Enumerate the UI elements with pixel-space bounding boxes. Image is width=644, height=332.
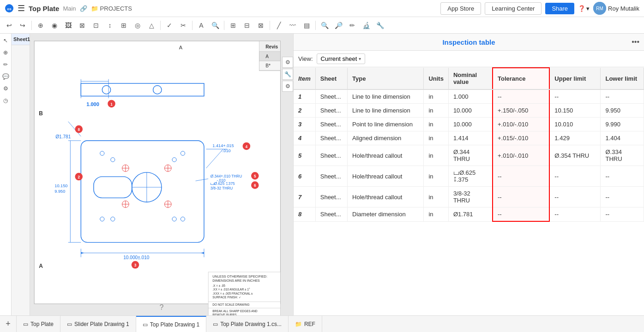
extra-tool[interactable]: 🔧 <box>373 19 386 32</box>
view-tool[interactable]: ◉ <box>48 19 61 32</box>
svg-text:A: A <box>39 263 43 269</box>
bottom-tab[interactable]: 📁REF <box>289 316 322 332</box>
param-tool[interactable]: ⊠ <box>254 19 267 32</box>
cell-sheet: Sheet... <box>315 166 347 187</box>
break-tool[interactable]: ↕ <box>103 19 116 32</box>
inspection-tool[interactable]: 🔬 <box>360 19 373 32</box>
learning-center-button[interactable]: Learning Center <box>485 2 542 15</box>
inspection-title: Inspection table <box>442 38 495 46</box>
cell-type: Hole/thread callout <box>348 145 424 166</box>
user-menu[interactable]: RM Roy Mutalik <box>593 2 639 15</box>
table-row: 3 Sheet... Point to line dimension in 10… <box>294 118 644 131</box>
cell-tolerance: -- <box>493 208 549 222</box>
share-button[interactable]: Share <box>545 3 574 14</box>
search-tool[interactable]: 🔍 <box>209 19 222 32</box>
user-name: Roy Mutalik <box>608 5 639 12</box>
undo-redo-group: ↩ ↪ <box>3 19 29 32</box>
cell-tolerance: -- <box>493 187 549 208</box>
table-row: 2 Sheet... Line to line dimension in 10.… <box>294 104 644 118</box>
cell-units: in <box>424 145 449 166</box>
svg-text:5: 5 <box>254 174 256 178</box>
table-row: 1 Sheet... Line to line dimension in 1.0… <box>294 89 644 104</box>
side-tool-3[interactable]: ⚙ <box>282 81 293 92</box>
svg-rect-11 <box>259 52 280 61</box>
redo-button[interactable]: ↪ <box>16 19 29 32</box>
bottom-tab[interactable]: ▭Top Plate Drawing 1 <box>136 316 206 332</box>
help-button[interactable]: ❓ ▾ <box>578 5 590 12</box>
zoom-out-tool[interactable]: 🔎 <box>332 19 345 32</box>
annotation-tool[interactable]: △ <box>145 19 158 32</box>
checkmark-tool[interactable]: ✓ <box>163 19 176 32</box>
app-store-button[interactable]: App Store <box>440 2 481 15</box>
section-tool[interactable]: ⊠ <box>76 19 89 32</box>
sidebar-feature-tool[interactable]: ⊕ <box>0 47 11 58</box>
cell-tolerance: +.010/-.010 <box>493 118 549 131</box>
add-sheet-button[interactable]: + <box>0 316 17 332</box>
cell-lower: 9.950 <box>601 104 644 118</box>
col-header-upper: Upper limit <box>549 68 601 89</box>
balloon-tool[interactable]: ◎ <box>131 19 144 32</box>
spline-tool[interactable]: 〰 <box>286 19 299 32</box>
text-tool[interactable]: A <box>195 19 208 32</box>
svg-text:3/8-32 THRU: 3/8-32 THRU <box>211 186 233 190</box>
sidebar-sketch-tool[interactable]: ✏ <box>0 59 11 70</box>
svg-text:6: 6 <box>254 184 256 188</box>
select-tool[interactable]: ⊕ <box>34 19 47 32</box>
tab-icon: ▭ <box>143 321 148 328</box>
inspection-toolbar: View: Current sheet ▾ <box>294 51 644 67</box>
svg-text:1: 1 <box>110 102 113 107</box>
grid-tool[interactable]: ⊟ <box>241 19 253 32</box>
inspection-more-button[interactable]: ••• <box>632 38 639 46</box>
bottom-tab[interactable]: ▭Top Plate Drawing 1.cs... <box>206 316 289 332</box>
cell-upper: -- <box>549 89 601 104</box>
view-selector[interactable]: Current sheet ▾ <box>317 53 366 64</box>
hatch-tool[interactable]: ▤ <box>300 19 313 32</box>
cell-tolerance: -- <box>493 89 549 104</box>
line-tool[interactable]: ╱ <box>272 19 285 32</box>
sidebar-part-tool[interactable]: ◷ <box>0 95 11 106</box>
zoom-in-tool[interactable]: 🔍 <box>318 19 331 32</box>
tab-label: Top Plate Drawing 1 <box>150 321 199 328</box>
cell-lower: -- <box>601 187 644 208</box>
cell-lower: Ø.334 THRU <box>601 145 644 166</box>
svg-text:Ø1.781: Ø1.781 <box>55 134 71 139</box>
sidebar-assembly-tool[interactable]: ⚙ <box>0 83 11 94</box>
projects-label: PROJECTS <box>100 5 132 12</box>
side-tool-1[interactable]: ⚙ <box>282 57 293 68</box>
sheet1-tab[interactable]: Sheet1 <box>12 34 30 45</box>
svg-text:10.000±.010: 10.000±.010 <box>123 255 150 260</box>
svg-text:8: 8 <box>78 128 80 132</box>
table-tool[interactable]: ⊞ <box>227 19 240 32</box>
cell-sheet: Sheet... <box>315 187 347 208</box>
detail-tool[interactable]: ⊡ <box>90 19 102 32</box>
crop-tool[interactable]: ⊞ <box>117 19 130 32</box>
measure-tool[interactable]: ✂ <box>177 19 190 32</box>
svg-text:DIMENSIONS ARE IN INCHES: DIMENSIONS ARE IN INCHES <box>212 279 260 283</box>
tab-icon: ▭ <box>23 321 28 327</box>
svg-text:-.010: -.010 <box>221 148 231 153</box>
inspection-table-container: Item Sheet Type Units Nominal value Tole… <box>294 67 644 315</box>
projects-link[interactable]: 📁 PROJECTS <box>91 5 132 12</box>
cell-nominal: 10.000 <box>448 104 493 118</box>
help-icon: ❓ <box>578 5 585 12</box>
left-sidebar: ↖ ⊕ ✏ 💬 ⚙ ◷ <box>0 34 12 315</box>
cell-type: Aligned dimension <box>348 131 424 145</box>
cell-upper: -- <box>549 187 601 208</box>
cell-nominal: Ø.344 THRU <box>448 145 493 166</box>
side-tool-2[interactable]: 🔧 <box>282 69 293 80</box>
col-header-tolerance: Tolerance <box>493 68 549 89</box>
cell-type: Point to line dimension <box>348 118 424 131</box>
help-circle[interactable]: ? <box>160 303 164 312</box>
cell-upper: 10.010 <box>549 118 601 131</box>
undo-button[interactable]: ↩ <box>3 19 16 32</box>
insert-image-tool[interactable]: 🖼 <box>62 19 75 32</box>
sidebar-note-tool[interactable]: 💬 <box>0 71 11 82</box>
menu-icon[interactable]: ☰ <box>18 3 25 13</box>
tab-icon: 📁 <box>295 321 302 327</box>
sidebar-cursor-tool[interactable]: ↖ <box>0 36 11 46</box>
col-header-sheet: Sheet <box>315 68 347 89</box>
drawing-area[interactable]: B A A B* Revis A B* 1.000 <box>30 34 293 315</box>
pen-tool[interactable]: ✏ <box>346 19 359 32</box>
bottom-tab[interactable]: ▭Slider Plate Drawing 1 <box>60 316 136 332</box>
bottom-tab[interactable]: ▭Top Plate <box>17 316 60 332</box>
